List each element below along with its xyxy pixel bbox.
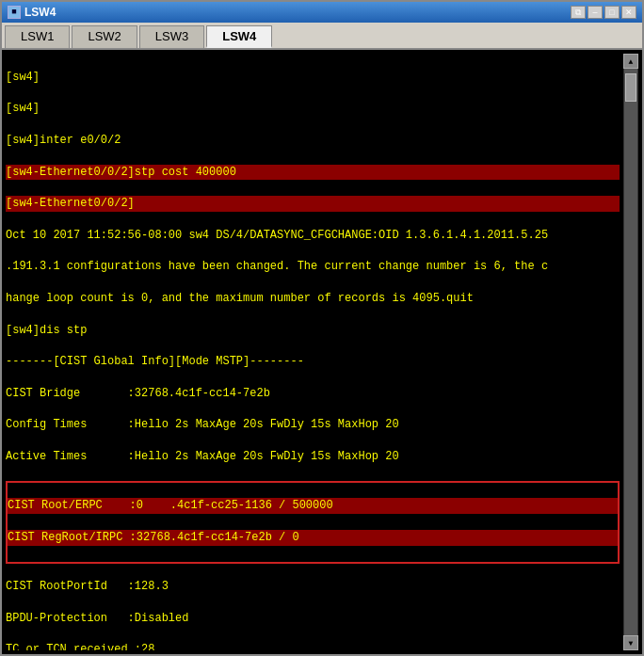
line-14: CIST Root/ERPC :0 .4c1f-cc25-1136 / 5000…: [8, 498, 618, 514]
title-controls[interactable]: ⧉ – □ ✕: [571, 6, 636, 19]
tab-lsw1[interactable]: LSW1: [5, 25, 70, 48]
line-16: CIST RootPortId :128.3: [6, 579, 620, 595]
line-6: Oct 10 2017 11:52:56-08:00 sw4 DS/4/DATA…: [6, 228, 620, 244]
line-3: [sw4]inter e0/0/2: [6, 133, 620, 149]
window-title: LSW4: [24, 6, 56, 19]
line-8: hange loop count is 0, and the maximum n…: [6, 291, 620, 307]
minimize-button[interactable]: –: [588, 6, 603, 19]
title-bar: ■ LSW4 ⧉ – □ ✕: [2, 2, 642, 23]
close-button[interactable]: ✕: [621, 6, 636, 19]
tab-lsw4[interactable]: LSW4: [206, 25, 272, 48]
maximize-button[interactable]: □: [604, 6, 620, 19]
line-11: CIST Bridge :32768.4c1f-cc14-7e2b: [6, 386, 620, 402]
tab-lsw2[interactable]: LSW2: [72, 25, 137, 48]
line-4: [sw4-Ethernet0/0/2]stp cost 400000: [6, 165, 620, 181]
terminal-content[interactable]: [sw4] [sw4] [sw4]inter e0/0/2 [sw4-Ether…: [6, 54, 623, 650]
red-box-block: CIST Root/ERPC :0 .4c1f-cc25-1136 / 5000…: [6, 481, 620, 564]
line-7: .191.3.1 configurations have been change…: [6, 259, 620, 275]
line-2: [sw4]: [6, 101, 620, 117]
scroll-down-button[interactable]: ▼: [623, 635, 638, 650]
scrollbar-track[interactable]: [624, 69, 637, 635]
line-18: TC or TCN received :28: [6, 642, 620, 650]
tab-lsw3[interactable]: LSW3: [139, 25, 204, 48]
line-10: -------[CIST Global Info][Mode MSTP]----…: [6, 354, 620, 370]
title-bar-left: ■ LSW4: [8, 6, 56, 19]
line-1: [sw4]: [6, 70, 620, 86]
line-17: BPDU-Protection :Disabled: [6, 611, 620, 627]
terminal-area: [sw4] [sw4] [sw4]inter e0/0/2 [sw4-Ether…: [2, 50, 642, 654]
line-9: [sw4]dis stp: [6, 323, 620, 339]
scrollbar-thumb[interactable]: [625, 73, 636, 102]
line-15: CIST RegRoot/IRPC :32768.4c1f-cc14-7e2b …: [8, 530, 618, 546]
line-5: [sw4-Ethernet0/0/2]: [6, 196, 620, 212]
scrollbar[interactable]: ▲ ▼: [623, 54, 638, 650]
app-icon: ■: [8, 6, 21, 19]
scroll-up-button[interactable]: ▲: [623, 54, 638, 69]
line-12: Config Times :Hello 2s MaxAge 20s FwDly …: [6, 417, 620, 433]
main-window: ■ LSW4 ⧉ – □ ✕ LSW1 LSW2 LSW3 LSW4 [sw4]…: [0, 0, 644, 656]
line-13: Active Times :Hello 2s MaxAge 20s FwDly …: [6, 449, 620, 465]
restore-button[interactable]: ⧉: [571, 6, 586, 19]
tabs-bar: LSW1 LSW2 LSW3 LSW4: [2, 23, 642, 50]
